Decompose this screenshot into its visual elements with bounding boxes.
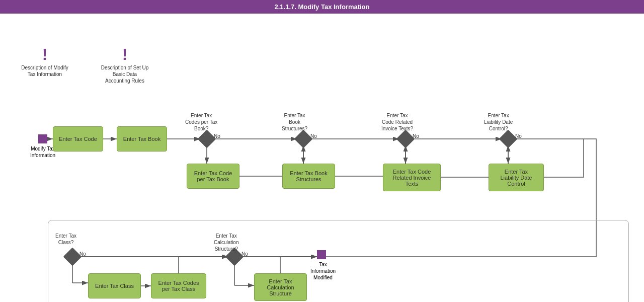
- diagram-area: ! Description of ModifyTax Information !…: [0, 14, 644, 301]
- enter-calc-structure-box[interactable]: Enter TaxCalculationStructure: [254, 273, 307, 301]
- enter-liability-date-box[interactable]: Enter TaxLiability DateControl: [489, 164, 544, 191]
- end-label: TaxInformationModified: [308, 261, 338, 281]
- enter-tax-class-label: Enter Tax Class: [95, 283, 134, 289]
- d4-question-label: Enter TaxLiability DateControl?: [484, 112, 513, 132]
- diamond-tax-codes-per-book: [198, 130, 216, 148]
- enter-tax-book-structures-label: Enter Tax BookStructures: [290, 170, 327, 182]
- no-label-6: No: [242, 251, 248, 257]
- diamond-invoice-texts: [396, 130, 415, 148]
- note-modify-icon: !: [42, 46, 48, 62]
- note-setup-icon: !: [122, 46, 128, 62]
- note-setup-accounting: ! Description of Set UpBasic DataAccount…: [95, 46, 155, 84]
- d2-question-label: Enter TaxBookStructures?: [282, 112, 307, 132]
- no-label-5: No: [79, 251, 86, 257]
- note-modify-label: Description of ModifyTax Information: [21, 64, 68, 78]
- note-modify-tax-info: ! Description of ModifyTax Information: [15, 46, 75, 78]
- title-bar: 2.1.1.7. Modify Tax Information: [0, 0, 644, 14]
- no-label-4: No: [515, 133, 522, 139]
- no-label-2: No: [310, 133, 317, 139]
- start-node: [38, 134, 47, 143]
- enter-tax-book-label: Enter Tax Book: [123, 136, 160, 142]
- d6-question-label: Enter TaxCalculationStructure?: [214, 233, 238, 252]
- no-label-1: No: [214, 133, 220, 139]
- enter-tax-codes-per-class-box[interactable]: Enter Tax Codesper Tax Class: [151, 273, 206, 298]
- no-label-3: No: [413, 133, 419, 139]
- d5-question-label: Enter TaxClass?: [55, 233, 76, 246]
- enter-tax-code-related-label: Enter Tax CodeRelated InvoiceTexts: [393, 169, 431, 187]
- enter-liability-date-label: Enter TaxLiability DateControl: [501, 169, 532, 187]
- d1-question-label: Enter TaxCodes per TaxBook?: [185, 112, 217, 132]
- enter-tax-code-per-book-box[interactable]: Enter Tax Codeper Tax Book: [187, 164, 239, 189]
- diamond-tax-book-structures: [294, 130, 313, 148]
- end-node: [317, 250, 326, 259]
- diamond-liability-date: [499, 130, 518, 148]
- enter-tax-class-box[interactable]: Enter Tax Class: [88, 273, 141, 298]
- enter-tax-code-related-box[interactable]: Enter Tax CodeRelated InvoiceTexts: [383, 164, 441, 191]
- enter-tax-codes-per-class-label: Enter Tax Codesper Tax Class: [158, 280, 199, 292]
- enter-tax-code-box[interactable]: Enter Tax Code: [53, 126, 103, 152]
- enter-tax-code-per-book-label: Enter Tax Codeper Tax Book: [194, 170, 232, 182]
- d3-question-label: Enter TaxCode RelatedInvoice Texts?: [381, 112, 413, 132]
- enter-calc-structure-label: Enter TaxCalculationStructure: [267, 278, 294, 296]
- title-text: 2.1.1.7. Modify Tax Information: [274, 3, 369, 11]
- note-setup-label: Description of Set UpBasic DataAccountin…: [101, 64, 149, 84]
- enter-tax-code-label: Enter Tax Code: [59, 136, 97, 142]
- enter-tax-book-structures-box[interactable]: Enter Tax BookStructures: [282, 164, 335, 189]
- enter-tax-book-box[interactable]: Enter Tax Book: [117, 126, 167, 152]
